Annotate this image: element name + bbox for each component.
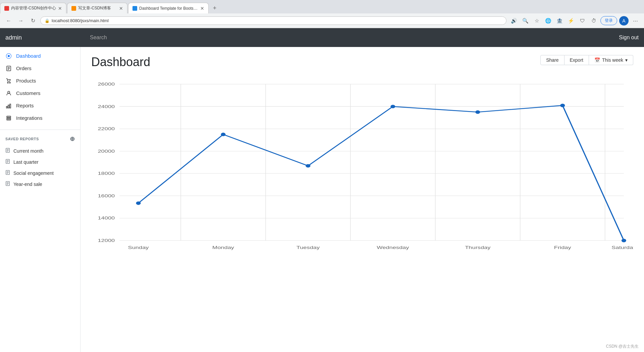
sidebar-item-reports[interactable]: Reports	[0, 99, 80, 112]
report-label-3: Social engagement	[13, 170, 54, 176]
report-label-4: Year-end sale	[13, 182, 42, 187]
calendar-icon: 📅	[594, 57, 600, 63]
svg-point-0	[8, 55, 10, 57]
report-label-2: Last quarter	[13, 159, 39, 165]
tab-favicon-3	[132, 6, 137, 11]
sidebar-label-products: Products	[16, 78, 36, 84]
share-button[interactable]: Share	[540, 55, 564, 65]
browser-tab-2[interactable]: 写文章-CSDN博客 ✕	[67, 3, 127, 13]
new-tab-button[interactable]: +	[209, 3, 220, 13]
line-chart: 12000 14000 16000 18000 20000 22000 2400…	[91, 77, 633, 252]
sidebar-label-orders: Orders	[16, 65, 32, 71]
svg-rect-13	[7, 119, 11, 120]
page-header: Dashboard Share Export 📅 This week ▾	[91, 55, 633, 69]
data-point-tuesday	[306, 164, 310, 167]
page-actions: Share Export 📅 This week ▾	[540, 55, 633, 65]
signout-button[interactable]: Sign out	[619, 35, 639, 41]
data-point-wednesday	[390, 105, 395, 108]
sidebar-item-orders[interactable]: Orders	[0, 62, 80, 74]
svg-point-7	[8, 91, 10, 93]
svg-rect-12	[7, 117, 11, 118]
read-aloud-icon[interactable]: 🔊	[509, 16, 519, 26]
sidebar-item-products[interactable]: Products	[0, 74, 80, 87]
products-icon	[5, 78, 12, 84]
svg-text:22000: 22000	[98, 126, 115, 131]
svg-text:12000: 12000	[98, 238, 115, 243]
reload-button[interactable]: ↻	[28, 16, 38, 26]
sidebar-item-integrations[interactable]: Integrations	[0, 112, 80, 124]
browser-chrome: 内容管理-CSDN创作中心 ✕ 写文章-CSDN博客 ✕ Dashboard T…	[0, 0, 644, 28]
add-report-button[interactable]: ⊕	[70, 135, 75, 143]
data-point-sunday	[136, 201, 141, 205]
more-options-icon[interactable]: ⋯	[631, 16, 640, 26]
report-icon-3	[5, 170, 10, 176]
data-point-monday	[221, 133, 225, 136]
saved-reports-title: SAVED REPORTS	[5, 137, 39, 141]
forward-button[interactable]: →	[16, 16, 25, 26]
orders-icon	[5, 66, 12, 71]
filter-icon[interactable]: ⚡	[566, 16, 576, 26]
svg-text:14000: 14000	[98, 215, 115, 220]
report-icon-1	[5, 148, 10, 154]
wallet-icon[interactable]: 🏦	[555, 16, 564, 26]
report-social-engagement[interactable]: Social engagement	[0, 167, 80, 179]
sidebar-label-reports: Reports	[16, 103, 34, 108]
svg-text:24000: 24000	[98, 104, 115, 109]
sidebar-label-dashboard: Dashboard	[16, 53, 41, 59]
app-layout: Dashboard Orders Products	[0, 47, 644, 352]
data-point-thursday	[475, 110, 480, 114]
svg-point-6	[9, 82, 10, 83]
address-bar[interactable]: 🔒 localhost:8080/jsxs/main.html	[40, 16, 506, 25]
sidebar-nav: Dashboard Orders Products	[0, 47, 80, 127]
browser-tab-1[interactable]: 内容管理-CSDN创作中心 ✕	[0, 3, 66, 13]
topbar-brand: admin	[5, 34, 86, 41]
svg-point-5	[7, 82, 8, 83]
this-week-button[interactable]: 📅 This week ▾	[589, 55, 633, 65]
sidebar-item-customers[interactable]: Customers	[0, 87, 80, 99]
this-week-label: This week	[602, 57, 623, 63]
edge-icon[interactable]: 🌐	[543, 16, 553, 26]
data-point-friday	[560, 104, 565, 107]
sidebar-item-dashboard[interactable]: Dashboard	[0, 50, 80, 62]
sidebar-label-customers: Customers	[16, 90, 41, 96]
svg-text:20000: 20000	[98, 148, 115, 153]
topbar-search[interactable]: Search	[86, 35, 619, 41]
history-icon[interactable]: ⏱	[589, 16, 598, 26]
report-last-quarter[interactable]: Last quarter	[0, 156, 80, 167]
zoom-icon[interactable]: 🔍	[521, 16, 530, 26]
report-icon-4	[5, 181, 10, 187]
tab-close-3[interactable]: ✕	[200, 6, 204, 11]
report-year-end-sale[interactable]: Year-end sale	[0, 179, 80, 190]
tab-close-1[interactable]: ✕	[58, 6, 62, 11]
svg-text:Monday: Monday	[212, 245, 234, 250]
browser-tab-3[interactable]: Dashboard Template for Bootstr... ✕	[128, 3, 209, 13]
shield-icon[interactable]: 🛡	[578, 16, 587, 26]
tab-label-1: 内容管理-CSDN创作中心	[11, 5, 56, 11]
tab-close-2[interactable]: ✕	[119, 6, 123, 11]
customers-icon	[5, 91, 12, 96]
report-icon-2	[5, 159, 10, 165]
svg-text:Sunday: Sunday	[128, 245, 149, 250]
svg-text:26000: 26000	[98, 81, 115, 86]
export-button[interactable]: Export	[565, 55, 589, 65]
topbar: admin Search Sign out	[0, 28, 644, 47]
tab-label-2: 写文章-CSDN博客	[78, 5, 117, 11]
svg-text:Friday: Friday	[554, 245, 571, 250]
back-button[interactable]: ←	[4, 16, 13, 26]
integrations-icon	[5, 115, 12, 121]
sidebar: Dashboard Orders Products	[0, 47, 80, 352]
favorites-icon[interactable]: ☆	[532, 16, 541, 26]
sidebar-divider	[0, 130, 80, 130]
svg-rect-8	[6, 106, 7, 108]
toolbar-actions: 🔊 🔍 ☆ 🌐 🏦 ⚡ 🛡 ⏱ 登录 A ⋯	[509, 16, 640, 26]
reports-icon	[5, 103, 12, 108]
browser-toolbar: ← → ↻ 🔒 localhost:8080/jsxs/main.html 🔊 …	[0, 13, 644, 28]
svg-text:Tuesday: Tuesday	[297, 245, 320, 250]
svg-text:Saturday: Saturday	[611, 245, 633, 250]
profile-avatar[interactable]: A	[619, 16, 629, 26]
login-button[interactable]: 登录	[600, 16, 617, 25]
svg-text:Thursday: Thursday	[465, 245, 490, 250]
svg-rect-9	[8, 105, 9, 108]
report-current-month[interactable]: Current month	[0, 145, 80, 156]
tab-favicon-2	[71, 6, 76, 11]
